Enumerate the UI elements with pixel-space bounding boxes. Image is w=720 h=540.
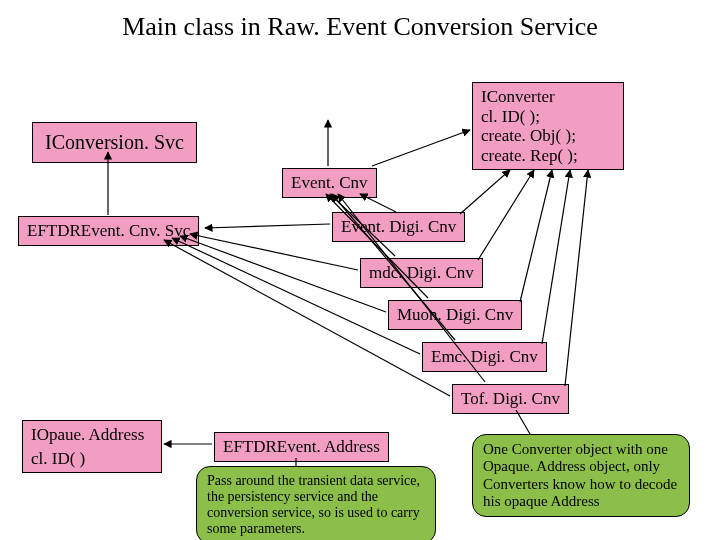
- svg-line-16: [542, 170, 570, 344]
- box-iconversion-svc: IConversion. Svc: [32, 122, 197, 163]
- svg-line-13: [460, 170, 510, 214]
- iconverter-line-3: create. Obj( );: [481, 126, 615, 146]
- iconverter-line-4: create. Rep( );: [481, 146, 615, 166]
- iconverter-line-2: cl. ID( );: [481, 107, 615, 127]
- svg-line-17: [565, 170, 588, 386]
- box-emc-digi-cnv: Emc. Digi. Cnv: [422, 342, 547, 372]
- callout-right: One Converter object with one Opaque. Ad…: [472, 434, 690, 517]
- svg-line-2: [372, 130, 470, 166]
- box-iconverter: IConverter cl. ID( ); create. Obj( ); cr…: [472, 82, 624, 170]
- box-muon-digi-cnv: Muon. Digi. Cnv: [388, 300, 522, 330]
- svg-line-3: [205, 224, 330, 228]
- svg-line-7: [180, 236, 386, 312]
- iopaque-line-1: IOpaue. Address: [31, 425, 153, 445]
- iconverter-line-1: IConverter: [481, 87, 615, 107]
- box-mdc-digi-cnv: mdc. Digi. Cnv: [360, 258, 483, 288]
- svg-line-15: [520, 170, 552, 302]
- box-eftdr-event-cnv-svc: EFTDREvent. Cnv. Svc: [18, 216, 199, 246]
- box-iopaque-address: IOpaue. Address cl. ID( ): [22, 420, 162, 473]
- svg-line-14: [478, 170, 534, 260]
- box-eftdr-event-address: EFTDREvent. Address: [214, 432, 389, 462]
- iopaque-line-2: cl. ID( ): [31, 449, 153, 469]
- box-event-cnv: Event. Cnv: [282, 168, 377, 198]
- callout-left: Pass around the transient data service, …: [196, 466, 436, 540]
- box-tof-digi-cnv: Tof. Digi. Cnv: [452, 384, 569, 414]
- svg-line-9: [172, 238, 420, 354]
- page-title: Main class in Raw. Event Conversion Serv…: [0, 12, 720, 42]
- svg-line-20: [516, 410, 530, 434]
- box-event-digi-cnv: Event. Digi. Cnv: [332, 212, 465, 242]
